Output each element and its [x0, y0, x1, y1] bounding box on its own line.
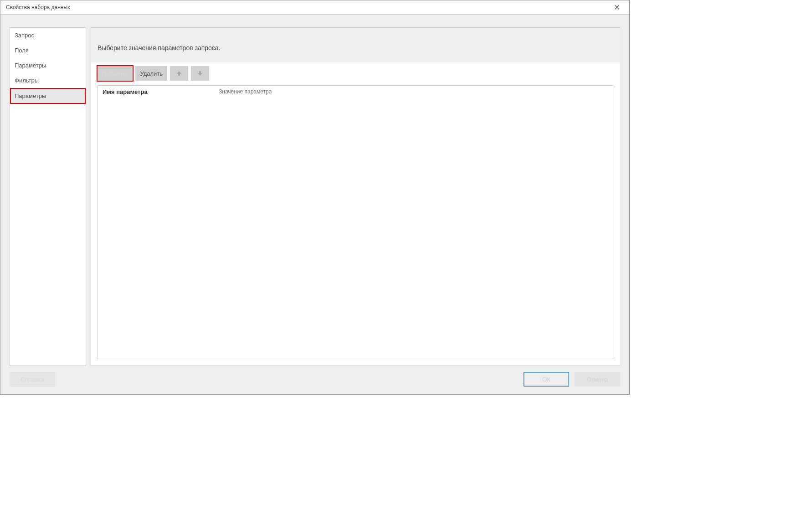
sidebar-item-label: Параметры: [15, 62, 46, 69]
sidebar-item-parameters-2[interactable]: Параметры: [10, 88, 86, 104]
close-button[interactable]: [610, 0, 624, 14]
delete-button[interactable]: Удалить: [135, 66, 167, 81]
sidebar-item-label: Параметры: [15, 93, 46, 99]
sidebar-item-label: Поля: [15, 47, 29, 54]
footer: Справка ОК Отмена: [10, 366, 620, 388]
arrow-up-icon: [175, 70, 183, 77]
cancel-button-label: Отмена: [587, 376, 608, 383]
add-button[interactable]: Добавить: [98, 66, 133, 81]
ok-button[interactable]: ОК: [524, 372, 569, 386]
arrow-down-icon: [196, 70, 204, 77]
sidebar: Запрос Поля Параметры Фильтры Параметры: [10, 27, 86, 366]
move-down-button[interactable]: [191, 66, 209, 81]
content-row: Запрос Поля Параметры Фильтры Параметры …: [10, 27, 620, 366]
dataset-properties-dialog: Свойства набора данных Запрос Поля Парам…: [0, 0, 630, 395]
footer-right: ОК Отмена: [524, 372, 620, 386]
parameters-grid[interactable]: Имя параметра Значение параметра: [98, 85, 613, 359]
grid-header: Имя параметра Значение параметра: [98, 86, 613, 98]
sidebar-item-query[interactable]: Запрос: [10, 28, 86, 43]
titlebar: Свойства набора данных: [0, 0, 629, 15]
add-button-label: Добавить: [102, 70, 128, 77]
column-header-value: Значение параметра: [219, 88, 608, 95]
help-button[interactable]: Справка: [10, 372, 55, 386]
column-header-name: Имя параметра: [103, 88, 219, 95]
delete-button-label: Удалить: [140, 70, 163, 77]
close-icon: [614, 5, 620, 10]
ok-button-label: ОК: [542, 376, 550, 383]
main-inner: Добавить Удалить: [91, 62, 620, 366]
sidebar-item-fields[interactable]: Поля: [10, 43, 86, 58]
toolbar: Добавить Удалить: [98, 66, 613, 81]
main-header-text: Выберите значения параметров запроса.: [91, 28, 620, 62]
sidebar-item-label: Фильтры: [15, 77, 39, 84]
cancel-button[interactable]: Отмена: [575, 372, 620, 386]
help-button-label: Справка: [21, 376, 44, 383]
move-up-button[interactable]: [170, 66, 188, 81]
footer-left: Справка: [10, 372, 55, 386]
sidebar-item-parameters[interactable]: Параметры: [10, 58, 86, 73]
dialog-body: Запрос Поля Параметры Фильтры Параметры …: [0, 15, 629, 394]
dialog-title: Свойства набора данных: [6, 4, 70, 10]
sidebar-item-label: Запрос: [15, 32, 34, 39]
sidebar-item-filters[interactable]: Фильтры: [10, 73, 86, 88]
main-panel: Выберите значения параметров запроса. До…: [91, 27, 620, 366]
